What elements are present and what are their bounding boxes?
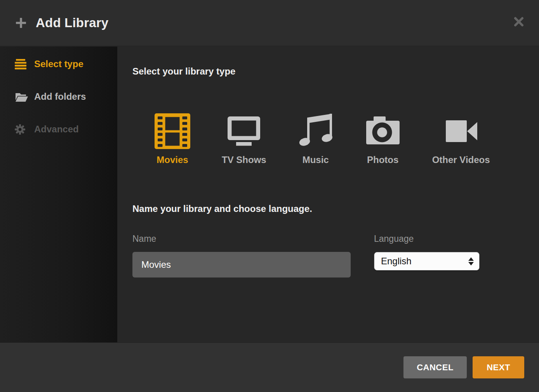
sidebar-item-select-type[interactable]: Select type xyxy=(0,48,117,80)
type-option-label: Other Videos xyxy=(432,154,490,166)
dialog-header: Add Library xyxy=(0,0,539,46)
sidebar-item-label: Select type xyxy=(34,59,83,69)
language-select[interactable]: English xyxy=(374,252,480,271)
music-icon xyxy=(298,113,334,150)
language-selected-value: English xyxy=(381,256,412,267)
close-icon xyxy=(513,16,525,28)
library-name-input[interactable] xyxy=(132,252,351,278)
name-language-fields: Name Language English xyxy=(132,233,539,278)
sidebar-item-add-folders[interactable]: Add folders xyxy=(0,80,117,113)
name-field-label: Name xyxy=(132,233,351,244)
dialog-title: Add Library xyxy=(36,16,108,30)
dialog-footer: CANCEL NEXT xyxy=(0,342,539,392)
advanced-icon xyxy=(15,124,29,135)
plus-icon xyxy=(15,17,27,29)
cancel-button[interactable]: CANCEL xyxy=(403,356,467,378)
type-option-label: Music xyxy=(303,154,329,166)
main-content: Select your library type xyxy=(117,47,539,342)
type-option-other-videos[interactable]: Other Videos xyxy=(432,113,490,166)
sidebar-item-label: Add folders xyxy=(34,91,86,102)
type-option-tv-shows[interactable]: TV Shows xyxy=(222,113,266,166)
close-button[interactable] xyxy=(513,16,525,28)
sidebar-item-label: Advanced xyxy=(34,124,79,135)
name-language-heading: Name your library and choose language. xyxy=(132,203,539,215)
type-option-label: TV Shows xyxy=(222,154,266,166)
type-option-label: Photos xyxy=(367,154,398,166)
sidebar-item-advanced: Advanced xyxy=(0,113,117,146)
type-option-music[interactable]: Music xyxy=(298,113,334,166)
photos-icon xyxy=(365,113,401,150)
select-spinner-icon xyxy=(468,257,474,265)
library-type-heading: Select your library type xyxy=(132,66,539,77)
next-button[interactable]: NEXT xyxy=(473,356,524,378)
add-folders-icon xyxy=(15,92,29,102)
type-option-label: Movies xyxy=(156,154,188,166)
wizard-steps-sidebar: Select type Add folders xyxy=(0,47,117,342)
type-option-photos[interactable]: Photos xyxy=(365,113,401,166)
other-videos-icon xyxy=(443,113,479,150)
language-field-label: Language xyxy=(374,233,480,244)
type-option-movies[interactable]: Movies xyxy=(155,113,190,166)
movies-icon xyxy=(155,113,190,150)
tv-shows-icon xyxy=(226,113,262,150)
library-type-options: Movies TV Shows xyxy=(155,113,539,166)
select-type-icon xyxy=(15,59,29,69)
